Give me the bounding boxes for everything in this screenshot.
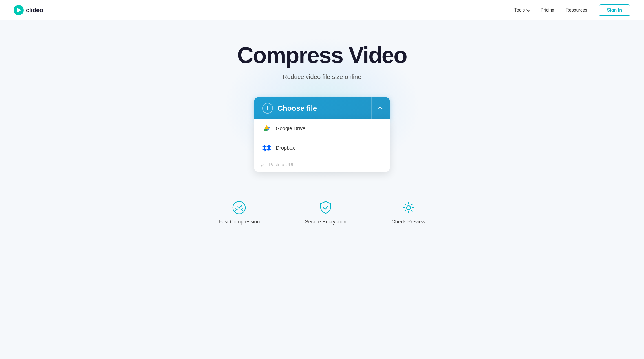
url-input[interactable] xyxy=(269,162,384,167)
shield-check-icon xyxy=(318,200,334,216)
choose-file-main: Choose file xyxy=(254,103,371,114)
feature-secure-encryption: Secure Encryption xyxy=(305,200,346,225)
google-drive-option[interactable]: Google Drive xyxy=(254,119,390,138)
features-row: Fast Compression Secure Encryption Check… xyxy=(0,189,644,231)
feature-fast-compression: Fast Compression xyxy=(219,200,260,225)
upload-widget: Choose file xyxy=(254,97,390,172)
logo-text: clideo xyxy=(26,6,43,14)
logo[interactable]: clideo xyxy=(14,5,43,15)
link-icon xyxy=(260,162,266,168)
url-input-wrap xyxy=(254,158,390,172)
nav-links: Tools Pricing Resources Sign In xyxy=(514,4,630,16)
svg-line-13 xyxy=(242,206,242,207)
check-preview-label: Check Preview xyxy=(392,219,425,225)
svg-point-15 xyxy=(407,206,411,210)
nav-tools[interactable]: Tools xyxy=(514,8,529,13)
secure-encryption-label: Secure Encryption xyxy=(305,219,346,225)
plus-circle-icon xyxy=(262,103,273,114)
page-title: Compress Video xyxy=(237,43,407,68)
feature-check-preview: Check Preview xyxy=(392,200,425,225)
dropbox-icon xyxy=(262,143,271,152)
speedometer-icon xyxy=(231,200,247,216)
choose-file-button[interactable]: Choose file xyxy=(254,97,390,119)
gear-icon xyxy=(401,200,416,216)
hero-section: Compress Video Reduce video file size on… xyxy=(0,20,644,189)
hero-subtitle: Reduce video file size online xyxy=(283,73,361,81)
dropbox-label: Dropbox xyxy=(276,145,295,151)
choose-file-label: Choose file xyxy=(277,104,317,113)
nav-resources[interactable]: Resources xyxy=(566,8,587,13)
chevron-down-icon xyxy=(526,8,530,12)
sign-in-button[interactable]: Sign In xyxy=(599,4,630,16)
svg-point-10 xyxy=(239,207,240,209)
upload-dropdown: Google Drive Dropbox xyxy=(254,119,390,172)
google-drive-icon xyxy=(262,124,271,133)
logo-icon xyxy=(14,5,24,15)
google-drive-label: Google Drive xyxy=(276,126,305,132)
svg-line-11 xyxy=(237,206,237,207)
fast-compression-label: Fast Compression xyxy=(219,219,260,225)
dropbox-option[interactable]: Dropbox xyxy=(254,138,390,158)
dropdown-toggle[interactable] xyxy=(372,107,390,110)
nav-pricing[interactable]: Pricing xyxy=(541,8,554,13)
navbar: clideo Tools Pricing Resources Sign In xyxy=(0,0,644,20)
chevron-up-icon xyxy=(378,107,382,111)
